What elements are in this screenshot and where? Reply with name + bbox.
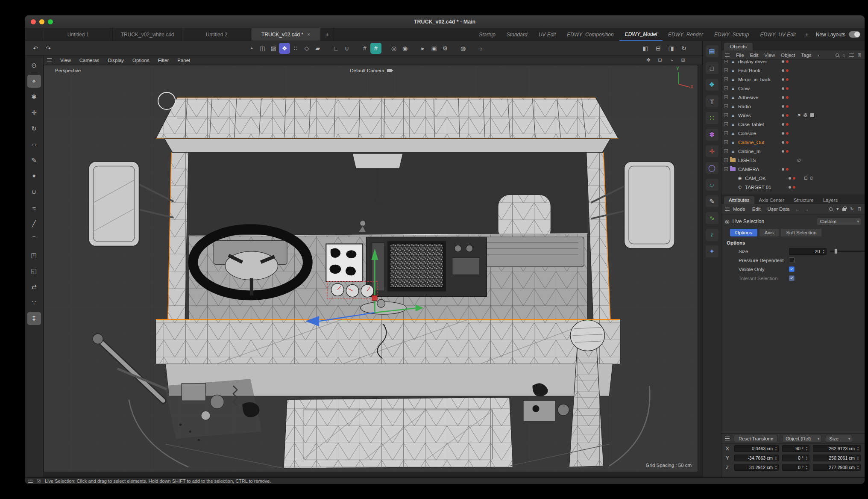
text-tool-icon[interactable]: T <box>706 95 718 107</box>
layout-tab-edwy-startup[interactable]: EDWY_Startup <box>709 28 754 41</box>
expand-toggle[interactable]: + <box>724 86 728 90</box>
spline-icon[interactable]: ∿ <box>706 212 718 224</box>
editor-visibility-dot[interactable] <box>782 114 784 117</box>
toggle-panel-icon[interactable]: ⊞ <box>679 56 687 64</box>
tab-axis-center[interactable]: Axis Center <box>754 196 789 204</box>
snap-magnet-icon[interactable]: ∪ <box>341 43 352 54</box>
section-tab-axis[interactable]: Axis <box>760 229 779 236</box>
expand-toggle[interactable]: + <box>724 149 728 153</box>
flag-tag-icon[interactable]: ⚑ <box>797 113 801 118</box>
y-position-field[interactable]: -34.7663 cm <box>734 455 779 461</box>
layout-right-icon[interactable]: ◨ <box>666 43 677 54</box>
selection-settings-tool[interactable]: ✱ <box>27 91 41 103</box>
expand-toggle[interactable]: + <box>724 131 728 135</box>
history-back-icon[interactable]: ← <box>793 207 802 212</box>
search-icon[interactable] <box>836 53 839 57</box>
tolerant-selection-checkbox[interactable] <box>789 275 795 281</box>
z-rotation-field[interactable]: 0 ° <box>782 464 809 471</box>
editor-visibility-dot[interactable] <box>782 87 784 90</box>
editor-visibility-dot[interactable] <box>782 96 784 99</box>
workplane-icon[interactable]: ∟ <box>330 43 341 54</box>
rotate-tool[interactable]: ↻ <box>27 122 41 135</box>
plane-icon[interactable]: ▱ <box>706 179 718 191</box>
render-visibility-dot[interactable] <box>786 168 789 171</box>
editor-visibility-dot[interactable] <box>782 78 784 81</box>
filter-icon[interactable]: ▾ <box>836 207 839 211</box>
editor-visibility-dot[interactable] <box>782 123 784 126</box>
reload-layout-icon[interactable]: ↻ <box>678 43 689 54</box>
knife-tool[interactable]: ╱ <box>27 217 41 230</box>
polygons-mode-icon[interactable]: ▰ <box>312 43 323 54</box>
user-data-menu[interactable]: User Data <box>764 207 793 212</box>
texture-tag-icon[interactable] <box>803 113 808 118</box>
coil-icon[interactable]: ≀ <box>706 229 718 241</box>
object-row-cam-ok[interactable]: ◉CAM_OK⊡∅ <box>721 174 865 183</box>
render-visibility-dot[interactable] <box>786 60 789 63</box>
frame-icon[interactable]: □ <box>706 62 718 74</box>
viewport-menu-icon[interactable] <box>47 58 52 62</box>
viewport-menu-display[interactable]: Display <box>103 58 128 63</box>
field-spinner[interactable] <box>774 455 778 461</box>
field-spinner[interactable] <box>856 464 860 470</box>
render-visibility-dot[interactable] <box>786 69 789 72</box>
swap-axis-tool[interactable]: ⇄ <box>27 281 41 293</box>
doc-tab-truck-v02-white-c4d[interactable]: TRUCK_v02_white.c4d <box>113 28 182 41</box>
editor-visibility-dot[interactable] <box>782 69 784 72</box>
filter-icon[interactable] <box>849 53 854 57</box>
minimize-window-button[interactable] <box>39 19 44 24</box>
objects-menu-file[interactable]: File <box>733 53 747 58</box>
size-slider-knob[interactable] <box>834 248 838 254</box>
field-spinner[interactable] <box>856 446 860 452</box>
no-entry-icon[interactable]: ∅ <box>809 176 813 180</box>
frame-scene-icon[interactable]: ⊡ <box>656 56 664 64</box>
doc-tab-truck-v02-c4d[interactable]: TRUCK_v02.c4d *× <box>251 28 320 41</box>
scatter-tool[interactable]: ∵ <box>27 296 41 309</box>
world-grid-icon[interactable]: ◍ <box>457 43 469 54</box>
objects-menu-view[interactable]: View <box>761 53 778 58</box>
edges-mode-icon[interactable]: ◇ <box>301 43 312 54</box>
object-row-wires[interactable]: +▲Wires⚑ <box>721 111 865 120</box>
x-size-field[interactable]: 262.9123 cm <box>813 445 861 452</box>
render-visibility-dot[interactable] <box>786 132 789 135</box>
x-position-field[interactable]: 0.0463 cm <box>734 445 779 452</box>
editor-visibility-dot[interactable] <box>782 105 784 108</box>
quantize-icon[interactable]: # <box>370 43 381 54</box>
no-entry-icon[interactable]: ∅ <box>797 158 801 162</box>
render-visibility-dot[interactable] <box>793 186 795 189</box>
mograph-icon[interactable]: ✽ <box>706 129 718 141</box>
preset-dropdown[interactable]: Custom <box>817 218 861 225</box>
expand-toggle[interactable]: + <box>724 68 728 72</box>
axis-icon[interactable]: ✛ <box>706 145 718 157</box>
field-spinner[interactable] <box>805 464 809 470</box>
objects-menu-object[interactable]: Object <box>778 53 798 58</box>
editor-visibility-dot[interactable] <box>789 177 791 180</box>
expand-toggle[interactable]: - <box>724 167 728 171</box>
object-row-fish-hook[interactable]: +▲Fish Hook <box>721 66 865 75</box>
expand-icon[interactable]: ⊡ <box>858 207 861 211</box>
lock-icon[interactable] <box>842 208 846 211</box>
array-icon[interactable]: ∷ <box>706 112 718 124</box>
section-tab-soft-selection[interactable]: Soft Selection <box>781 229 821 236</box>
objects-menu-tags[interactable]: Tags <box>798 53 814 58</box>
add-layout-tab[interactable]: + <box>801 28 812 41</box>
objects-tab[interactable]: Objects <box>724 43 753 50</box>
render-visibility-dot[interactable] <box>786 150 789 153</box>
scale-tool[interactable]: ▱ <box>27 138 41 151</box>
object-row-cabine-out[interactable]: +▲Cabine_Out <box>721 138 865 147</box>
move-tool[interactable]: ✛ <box>27 106 41 119</box>
status-menu-icon[interactable] <box>28 479 33 483</box>
pencil-icon[interactable]: ✎ <box>706 195 718 207</box>
render-visibility-dot[interactable] <box>786 87 789 90</box>
close-window-button[interactable] <box>31 19 36 24</box>
expand-toggle[interactable]: + <box>724 60 728 63</box>
render-visibility-dot[interactable] <box>786 141 789 144</box>
redo-icon[interactable]: ↷ <box>43 43 54 54</box>
x-rotation-field[interactable]: 90 ° <box>782 445 809 452</box>
object-row-console[interactable]: +▲Console <box>721 129 865 138</box>
reset-transform-button[interactable]: Reset Transform <box>734 435 778 442</box>
cube-icon[interactable]: ❖ <box>706 79 718 91</box>
render-settings-icon[interactable]: ⚙ <box>440 43 451 54</box>
objects-menu-[interactable]: › <box>815 53 822 58</box>
render-visibility-dot[interactable] <box>786 105 789 108</box>
editor-visibility-dot[interactable] <box>782 150 784 153</box>
